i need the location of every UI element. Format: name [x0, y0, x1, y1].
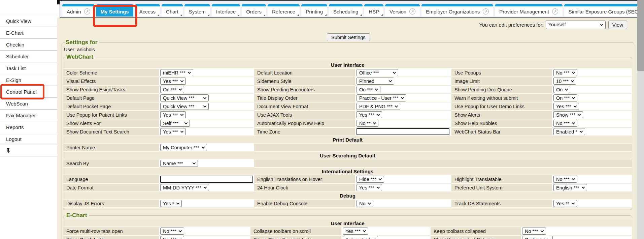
select-english[interactable]: English *** — [553, 184, 587, 191]
preferences-user-select[interactable]: Yourself — [546, 21, 606, 29]
tab-version[interactable]: Version↗ — [385, 4, 420, 17]
select-on-hover[interactable]: On hover — [522, 236, 553, 239]
sidebar-item-label: Fax Manager — [6, 113, 36, 118]
tab-my-settings[interactable]: My Settings — [96, 4, 133, 17]
setting-control-use-popups: No *** — [552, 69, 632, 77]
select-my-computer[interactable]: My Computer *** — [160, 144, 207, 151]
select-mm-dd-yyyy[interactable]: MM-DD-YYYY *** — [160, 184, 209, 191]
tab-label: Admin — [67, 9, 81, 14]
sidebar-item-control-panel[interactable]: Control Panel — [0, 86, 57, 97]
select-no[interactable]: No *** — [553, 120, 577, 127]
select-value: On *** — [359, 87, 373, 92]
sidebar-pin-toggle[interactable] — [0, 145, 57, 156]
select-no[interactable]: No — [357, 200, 373, 207]
select-no[interactable]: No *** — [522, 228, 546, 235]
select-yes[interactable]: Yes ** — [553, 200, 577, 207]
select-no[interactable]: No *** — [553, 69, 577, 76]
sidebar-item-webscan[interactable]: WebScan — [0, 97, 57, 109]
tab-system[interactable]: System — [184, 4, 210, 17]
select-self[interactable]: Self *** — [160, 120, 190, 127]
select-value: On — [556, 87, 563, 92]
setting-label-automatically-popup-new-help: Automatically Popup New Help — [254, 119, 355, 128]
sidebar-item-reports[interactable]: Reports — [0, 121, 57, 133]
tab-similar-exposure-groups-segs[interactable]: Similar Exposure Groups (SEGs)↗ — [564, 4, 644, 17]
select-name[interactable]: Name *** — [160, 160, 198, 167]
select-quick-view[interactable]: Quick View *** — [160, 94, 209, 101]
settings-row: Show Quick ListsNo ***Swipe Open Dynamic… — [63, 236, 632, 239]
scrollbar-thumb[interactable] — [637, 0, 644, 71]
select-value: No *** — [525, 229, 538, 234]
select-enabled[interactable]: Enabled * — [553, 128, 585, 135]
select-yes[interactable]: Yes *** — [553, 103, 579, 110]
select-office[interactable]: Office *** — [357, 69, 398, 76]
sidebar-item-task-list[interactable]: Task List — [0, 62, 57, 74]
input-text-field[interactable] — [357, 128, 449, 135]
select-practice-user[interactable]: Practice - User *** — [357, 94, 406, 101]
chevron-down-icon — [373, 237, 376, 239]
sidebar-item-label: Reports — [6, 124, 24, 130]
chevron-down-icon — [178, 229, 182, 232]
select-on[interactable]: On — [553, 86, 570, 93]
setting-control-show-alerts: Show *** — [552, 111, 632, 119]
select-yes[interactable]: Yes *** — [160, 111, 186, 118]
select-yes[interactable]: Yes *** — [357, 111, 382, 118]
tab-admin[interactable]: Admin↗ — [62, 4, 95, 17]
select-10[interactable]: 10 *** — [553, 78, 576, 85]
select-yes[interactable]: Yes * — [160, 200, 182, 207]
tab-chart[interactable]: Chart — [162, 4, 183, 17]
tab-orders[interactable]: Orders — [242, 4, 266, 17]
tab-interface[interactable]: Interface — [212, 4, 240, 17]
select-yes[interactable]: Yes *** — [160, 78, 186, 85]
select-no[interactable]: No *** — [160, 236, 184, 239]
tab-scheduling[interactable]: Scheduling — [329, 4, 363, 17]
sidebar-item-fax-manager[interactable]: Fax Manager — [0, 109, 57, 121]
tab-label: Chart — [166, 9, 178, 14]
select-pinned[interactable]: Pinned — [357, 78, 394, 85]
select-no[interactable]: No *** — [553, 176, 577, 183]
submit-settings-button[interactable]: Submit Settings — [327, 33, 370, 41]
select-yes[interactable]: Yes *** — [357, 184, 382, 191]
chevron-down-icon — [363, 229, 366, 232]
sidebar-item-quick-view[interactable]: Quick View — [0, 15, 57, 27]
chevron-down-icon — [180, 113, 183, 116]
select-on[interactable]: On *** — [553, 94, 577, 101]
sidebar-item-scheduler[interactable]: Scheduler — [0, 50, 57, 62]
select-no[interactable]: No ** — [357, 120, 378, 127]
input-text-field[interactable] — [160, 176, 253, 183]
select-hide[interactable]: Hide *** — [357, 176, 384, 183]
select-pdf-png[interactable]: PDF & PNG *** — [357, 103, 400, 110]
select-on[interactable]: On *** — [357, 86, 380, 93]
select-quick-view[interactable]: Quick View *** — [160, 103, 209, 110]
sidebar-item-label: WebScan — [6, 101, 28, 107]
select-miehr[interactable]: miEHR *** — [160, 69, 193, 76]
tab-access[interactable]: Access — [135, 4, 160, 17]
select-no[interactable]: No *** — [160, 228, 184, 235]
chevron-down-icon — [389, 79, 392, 82]
select-value: Yes *** — [556, 104, 571, 109]
select-yes[interactable]: Yes *** — [160, 128, 186, 135]
tab-hsp[interactable]: HSP — [364, 4, 383, 17]
chevron-down-icon — [203, 104, 207, 108]
select-value: No *** — [556, 177, 570, 182]
chevron-down-icon — [180, 79, 183, 82]
sidebar-item-e-chart[interactable]: E-Chart — [0, 27, 57, 38]
setting-label-show-pending-doc-queue: Show Pending Doc Queue — [451, 86, 552, 94]
select-yes[interactable]: Yes *** — [343, 228, 368, 235]
select-value: Quick View *** — [163, 95, 194, 101]
sidebar-item-e-sign[interactable]: E-Sign — [0, 74, 57, 86]
tab-printing[interactable]: Printing — [301, 4, 327, 17]
sidebar-item-checkin[interactable]: Checkin — [0, 38, 57, 50]
chevron-down-icon — [378, 177, 382, 180]
tab-reference[interactable]: Reference — [268, 4, 300, 17]
tab-employer-organizations[interactable]: Employer Organizations↗ — [421, 4, 493, 17]
select-value: Automatic * — [345, 237, 370, 239]
tab-provider-management[interactable]: Provider Management↗ — [495, 4, 563, 17]
view-button[interactable]: View — [608, 21, 627, 29]
tab-label: Scheduling — [333, 9, 358, 14]
select-automatic[interactable]: Automatic * — [343, 236, 378, 239]
sidebar-item-logout[interactable]: Logout — [0, 133, 57, 145]
select-on[interactable]: On *** — [160, 86, 184, 93]
select-show[interactable]: Show *** — [553, 111, 583, 118]
vertical-scrollbar[interactable] — [637, 0, 644, 239]
chevron-down-icon — [572, 201, 575, 205]
